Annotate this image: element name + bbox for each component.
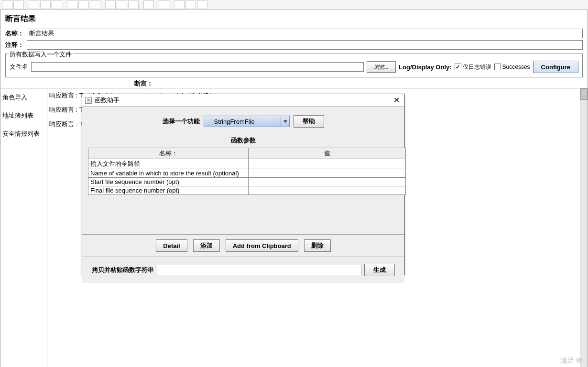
vertical-scrollbar[interactable] — [580, 88, 588, 367]
col-name: 名称： — [88, 148, 249, 159]
filename-input[interactable] — [31, 62, 364, 72]
param-value[interactable] — [249, 169, 406, 178]
copy-paste-label: 拷贝并粘贴函数字符串 — [92, 266, 154, 274]
java-icon: ☕ — [85, 97, 92, 104]
toolbar-btn[interactable] — [143, 0, 154, 9]
close-icon[interactable]: ✕ — [392, 96, 402, 105]
fieldset-title: 所有数据写入一个文件 — [9, 50, 73, 59]
assertions-label: 断言： — [0, 79, 588, 88]
toolbar-btn[interactable] — [159, 0, 169, 9]
toolbar-btn[interactable] — [78, 0, 89, 9]
add-from-clipboard-button[interactable]: Add from Clipboard — [226, 239, 298, 252]
table-row: 输入文件的全路径 — [88, 159, 406, 169]
panel-title: 断言结果 — [0, 10, 588, 28]
checkbox-icon: ✓ — [455, 64, 461, 70]
side-list: 角色导入 地址簿列表 安全情报列表 — [0, 88, 47, 367]
toolbar-btn[interactable] — [197, 0, 207, 9]
param-value[interactable] — [249, 159, 406, 169]
successes-checkbox[interactable]: Successes — [494, 64, 530, 70]
comment-label: 注释： — [5, 41, 24, 49]
browse-button[interactable]: 浏览... — [367, 61, 396, 73]
toolbar-btn[interactable] — [174, 0, 185, 9]
function-select[interactable]: __StringFromFile — [204, 116, 290, 127]
chevron-down-icon — [281, 116, 289, 127]
toolbar-btn[interactable] — [128, 0, 139, 9]
toolbar-btn[interactable] — [2, 0, 12, 9]
param-name: Final file sequence number (opt) — [88, 186, 249, 195]
comment-input[interactable] — [27, 40, 583, 50]
param-name: 输入文件的全路径 — [88, 159, 249, 169]
help-button[interactable]: 帮助 — [294, 115, 324, 128]
checkbox-icon — [494, 64, 501, 70]
param-value[interactable] — [249, 186, 406, 195]
toolbar-btn[interactable] — [90, 0, 100, 9]
col-value: 值 — [249, 148, 406, 159]
windows-activation-watermark: 激活 W — [561, 356, 582, 365]
add-button[interactable]: 添加 — [193, 239, 220, 252]
toolbar-btn[interactable] — [52, 0, 62, 9]
table-row: Start file sequence number (opt) — [88, 178, 406, 186]
toolbar-btn[interactable] — [67, 0, 77, 9]
param-value[interactable] — [249, 178, 406, 186]
toolbar-btn[interactable] — [105, 0, 116, 9]
toolbar-btn[interactable] — [185, 0, 196, 9]
params-title: 函数参数 — [88, 136, 399, 145]
toolbar-btn[interactable] — [40, 0, 51, 9]
logdisplay-label: Log/Display Only: — [399, 64, 452, 71]
list-item[interactable]: 安全情报列表 — [0, 125, 47, 143]
main-toolbar — [0, 0, 588, 10]
name-label: 名称： — [5, 29, 24, 38]
configure-button[interactable]: Configure — [533, 61, 578, 73]
write-to-file-fieldset: 所有数据写入一个文件 文件名 浏览... Log/Display Only: ✓… — [5, 54, 583, 77]
function-helper-dialog: ☕ 函数助手 ✕ 选择一个功能 __StringFromFile 帮助 函数参数… — [82, 94, 405, 275]
scroll-thumb[interactable] — [580, 88, 588, 100]
table-row: Final file sequence number (opt) — [88, 186, 406, 195]
list-item[interactable]: 地址簿列表 — [0, 107, 47, 125]
errors-only-checkbox[interactable]: ✓ 仅日志错误 — [455, 63, 491, 71]
detail-button[interactable]: Detail — [156, 239, 187, 252]
select-function-label: 选择一个功能 — [163, 117, 200, 126]
generate-button[interactable]: 生成 — [364, 264, 395, 276]
table-row: Name of variable in which to store the r… — [88, 169, 406, 178]
errors-only-label: 仅日志错误 — [463, 63, 491, 71]
toolbar-btn[interactable] — [117, 0, 127, 9]
delete-button[interactable]: 删除 — [304, 239, 331, 252]
params-table: 名称： 值 输入文件的全路径 Name of variable in which… — [88, 148, 406, 195]
filename-label: 文件名 — [10, 63, 28, 71]
successes-label: Successes — [502, 64, 530, 70]
toolbar-btn[interactable] — [13, 0, 24, 9]
list-item[interactable]: 角色导入 — [0, 88, 47, 107]
function-string-input[interactable] — [157, 265, 361, 275]
param-name: Start file sequence number (opt) — [88, 178, 249, 186]
param-name: Name of variable in which to store the r… — [88, 169, 249, 178]
toolbar-btn[interactable] — [29, 0, 39, 9]
function-select-value: __StringFromFile — [204, 118, 281, 125]
name-input[interactable] — [27, 29, 583, 38]
dialog-titlebar: ☕ 函数助手 ✕ — [82, 94, 404, 107]
dialog-title: 函数助手 — [95, 96, 389, 105]
